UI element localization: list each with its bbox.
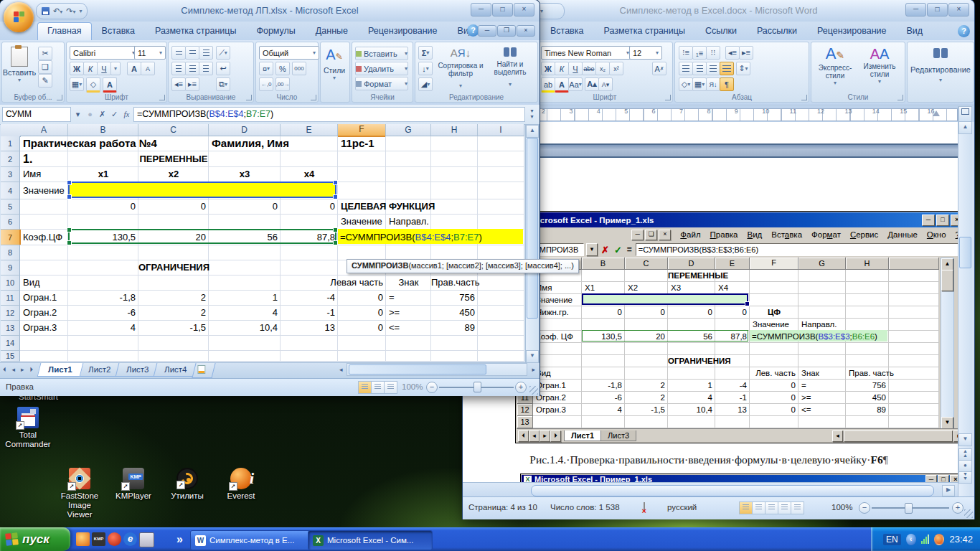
format-painter-icon[interactable]: ✎ [38,74,52,88]
column-header-G[interactable]: G [798,258,846,270]
cell-F12[interactable]: 0 [378,306,383,321]
delete-cells-button[interactable]: Удалить▾ [355,62,408,75]
ruler-toggle-icon[interactable] [958,106,972,122]
font-color-button[interactable]: А [103,77,117,93]
cell-C12[interactable]: 2 [201,306,206,321]
cell-E11[interactable]: -4 [326,291,335,306]
cell-D10[interactable]: 1 [708,380,712,392]
tray-app-icon[interactable] [934,534,945,545]
menu-item[interactable]: ? [956,230,958,239]
column-header-E[interactable]: E [281,124,338,136]
cell-F5[interactable]: Значение [753,319,789,331]
align-right-button[interactable] [199,62,213,75]
cell-H13[interactable]: 89 [465,321,475,336]
cell-F13[interactable]: 0 [378,321,383,336]
cell-B10[interactable]: -1,8 [608,380,622,392]
cell-F12[interactable]: 0 [791,404,796,416]
quicklaunch-ie-icon[interactable]: e [123,532,137,546]
cell-C11[interactable]: 2 [201,291,206,306]
insert-cells-button[interactable]: Вставить▾ [355,47,408,60]
borders-button[interactable]: ▦▾ [70,77,84,91]
tab-Вид[interactable]: Вид [897,22,933,40]
cell-D1[interactable]: Фамилия, Имя [212,136,289,151]
column-header-B[interactable]: B [582,258,625,270]
column-header-x[interactable] [889,258,939,270]
column-header-B[interactable]: B [68,124,138,136]
language-indicator[interactable]: русский [667,503,697,512]
quick-styles-button[interactable]: А✎ Экспресс-стили▾ [813,45,857,91]
tab-Формулы[interactable]: Формулы [246,22,305,40]
tab-Данные[interactable]: Данные [306,22,358,40]
desktop-icon-utilities[interactable]: Утилиты [161,468,214,501]
tab-Ссылки[interactable]: Ссылки [695,22,747,40]
cell-D2[interactable]: X3 [671,282,681,294]
column-header-F[interactable]: F [750,258,798,270]
cell-C5[interactable]: 0 [201,199,206,215]
help-icon[interactable]: ? [958,25,970,37]
desktop-icon-everest[interactable]: Everest [215,468,267,501]
decrease-indent-button[interactable]: ◂≡ [725,46,740,60]
cell-G11[interactable]: = [389,291,395,306]
align-right-button[interactable] [706,62,720,75]
zoom-in-icon[interactable]: + [952,502,963,514]
sheet-tab-Лист1[interactable]: Лист1 [564,430,601,441]
minimize-button[interactable]: ─ [471,3,491,17]
zoom-out-icon[interactable]: − [426,382,438,393]
increase-indent-button[interactable]: ▸≡ [185,77,199,91]
row-header-3[interactable]: 3 [1,167,20,182]
sort-button[interactable]: Я↓ [706,77,720,91]
quicklaunch-opera-icon[interactable] [108,532,121,546]
web-layout-view-button[interactable] [765,501,778,514]
numbering-button[interactable]: ₁≡ [692,46,707,60]
format-cells-button[interactable]: Формат▾ [355,77,408,90]
first-sheet-icon[interactable]: ⏴ [0,363,9,377]
tab-Рецензирование[interactable]: Рецензирование [358,22,448,40]
row-header-2[interactable]: 2 [1,151,20,167]
last-sheet-icon[interactable]: ⏵ [27,363,37,377]
taskbar-button-word[interactable]: WСимплекс-метод в E... [190,530,314,550]
increase-indent-button[interactable]: ▸≡ [739,46,753,60]
cell-G10[interactable]: = [801,380,806,392]
tab-Разметка страницы[interactable]: Разметка страницы [593,22,694,40]
cell-G11[interactable]: >= [801,392,811,404]
cell-A10[interactable]: Огран.1 [536,380,566,392]
name-box[interactable]: СУММ [2,107,71,122]
select-all-corner[interactable] [1,124,21,137]
line-spacing-button[interactable]: ⇕▾ [736,62,750,75]
excel-vertical-scrollbar[interactable]: ▲ ▼ [525,124,540,364]
zoom-slider[interactable] [473,382,481,392]
right-indent-marker[interactable] [933,110,940,116]
bold-button[interactable]: Ж [70,62,84,75]
cell-F5[interactable]: ЦЕЛЕВАЯ ФУНКЦИЯ [341,199,435,215]
cell-A4[interactable]: Значение [23,182,65,199]
cell-H9[interactable]: Прав. часть [849,367,894,380]
bold-button[interactable]: Ж [541,62,555,75]
row-header-10[interactable]: 10 [1,276,20,291]
merge-center-button[interactable]: ⧉▾ [216,77,230,91]
italic-button[interactable]: К [555,62,569,75]
cell-H10[interactable]: Прав.часть [431,276,478,291]
cell-A3[interactable]: Имя [23,167,41,182]
styles-dialog-launcher[interactable] [897,95,903,100]
scroll-thumb[interactable] [527,138,538,319]
spellcheck-icon[interactable] [644,502,645,512]
hscroll-right-icon[interactable]: ▸ [529,363,538,376]
cell-E12[interactable]: -1 [326,306,335,321]
row-header-1[interactable]: 1 [1,136,20,151]
sheet-tab-Лист4[interactable]: Лист4 [154,363,198,377]
cell-D5[interactable]: 0 [273,199,278,215]
orientation-button[interactable]: ⟋▾ [216,46,230,60]
page-indicator[interactable]: Страница: 4 из 10 [468,503,537,512]
cell-F10[interactable]: 0 [791,380,796,392]
italic-button[interactable]: К [83,62,98,75]
enter-icon[interactable]: ✓ [109,108,120,121]
close-button[interactable]: × [948,3,969,17]
shrink-font-button[interactable]: А [141,62,155,75]
select-browse-object-icon[interactable]: ● [958,460,972,472]
close-button[interactable]: × [514,3,534,17]
name-box-dropdown-icon[interactable]: ▾ [72,108,83,121]
page-break-view-button[interactable] [384,381,397,394]
zoom-level[interactable]: 100% [831,503,852,512]
formula-cell[interactable]: =СУММПРОИЗВ(B$4:E$4;B7:E7) [340,230,482,245]
cell-D13[interactable]: 10,4 [260,321,278,336]
